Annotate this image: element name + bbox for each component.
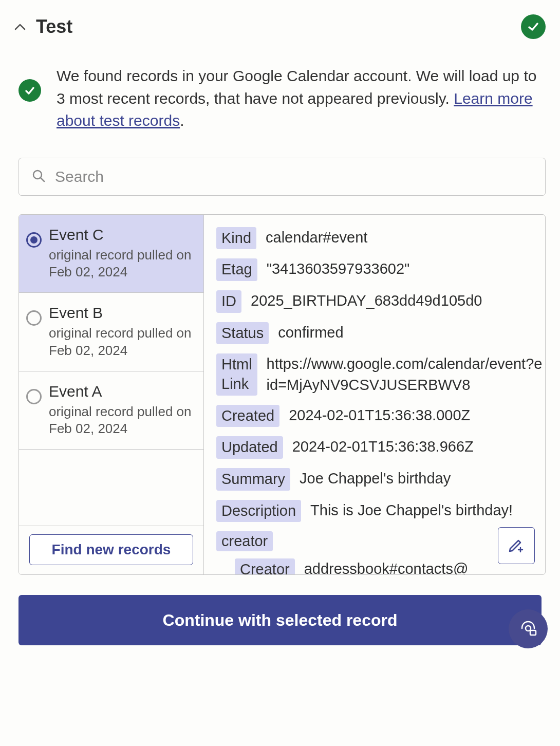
success-check-icon: [521, 14, 546, 39]
search-icon: [31, 169, 46, 185]
info-text: We found records in your Google Calendar…: [57, 65, 546, 132]
field-label: ID: [216, 290, 241, 313]
field-value: "3413603597933602": [267, 258, 545, 279]
event-title: Event B: [49, 304, 192, 322]
field-label: Created: [216, 405, 279, 427]
edit-plus-icon: [507, 535, 526, 555]
field-html-link: Html Link https://www.google.com/calenda…: [216, 353, 545, 395]
field-label: Description: [216, 500, 301, 523]
event-subtitle: original record pulled on Feb 02, 2024: [49, 247, 192, 282]
svg-rect-3: [530, 630, 536, 635]
header-left: Test: [14, 16, 72, 38]
edit-button[interactable]: [498, 527, 535, 564]
field-label: Html Link: [216, 353, 257, 395]
field-kind: Kind calendar#event: [216, 227, 545, 250]
field-summary: Summary Joe Chappel's birthday: [216, 468, 545, 491]
event-subtitle: original record pulled on Feb 02, 2024: [49, 325, 192, 360]
find-row: Find new records: [19, 526, 203, 574]
field-label-line1: Html: [221, 356, 252, 372]
headset-chat-icon: [518, 618, 538, 640]
field-label: Status: [216, 322, 269, 345]
field-label: Updated: [216, 436, 283, 459]
field-value: https://www.google.com/calendar/event?ei…: [267, 353, 545, 395]
support-fab[interactable]: [509, 609, 548, 648]
info-text-after: .: [180, 112, 184, 129]
field-value: 2025_BIRTHDAY_683dd49d105d0: [251, 290, 545, 311]
section-title: Test: [36, 16, 72, 38]
field-label: Summary: [216, 468, 290, 491]
field-label: Kind: [216, 227, 256, 250]
field-value: This is Joe Chappel's birthday!: [310, 500, 545, 521]
field-value: confirmed: [278, 322, 545, 343]
search-input[interactable]: [55, 168, 533, 185]
records-panel: Event C original record pulled on Feb 02…: [18, 214, 546, 575]
continue-button[interactable]: Continue with selected record: [18, 595, 542, 645]
radio-icon[interactable]: [26, 389, 42, 404]
field-status: Status confirmed: [216, 322, 545, 345]
field-value: calendar#event: [266, 227, 545, 248]
field-value: 2024-02-01T15:36:38.000Z: [289, 405, 545, 426]
event-subtitle: original record pulled on Feb 02, 2024: [49, 403, 192, 438]
field-description: Description This is Joe Chappel's birthd…: [216, 500, 545, 523]
events-list: Event C original record pulled on Feb 02…: [19, 215, 204, 574]
event-title: Event A: [49, 383, 192, 400]
field-updated: Updated 2024-02-01T15:36:38.966Z: [216, 436, 545, 459]
field-label: Creator: [235, 558, 295, 574]
chevron-up-icon[interactable]: [14, 21, 26, 32]
field-id: ID 2025_BIRTHDAY_683dd49d105d0: [216, 290, 545, 313]
event-item[interactable]: Event C original record pulled on Feb 02…: [19, 215, 203, 293]
svg-line-1: [41, 178, 44, 181]
field-label-line2: Link: [221, 376, 249, 392]
record-details: Kind calendar#event Etag "34136035979336…: [204, 215, 545, 574]
list-spacer: [19, 450, 203, 526]
field-value: Joe Chappel's birthday: [300, 468, 545, 489]
info-message: We found records in your Google Calendar…: [14, 65, 546, 132]
field-creator: creator Creator addressbook#contacts@: [216, 531, 545, 574]
section-header: Test: [14, 14, 546, 39]
field-label: creator: [216, 531, 273, 551]
event-item[interactable]: Event B original record pulled on Feb 02…: [19, 293, 203, 371]
field-label: Etag: [216, 258, 257, 281]
event-item[interactable]: Event A original record pulled on Feb 02…: [19, 371, 203, 450]
success-check-icon: [18, 79, 41, 102]
radio-icon[interactable]: [26, 310, 42, 326]
find-new-records-button[interactable]: Find new records: [29, 534, 193, 565]
event-title: Event C: [49, 226, 192, 244]
field-value: 2024-02-01T15:36:38.966Z: [292, 436, 545, 457]
radio-icon[interactable]: [26, 232, 42, 248]
field-etag: Etag "3413603597933602": [216, 258, 545, 281]
search-box[interactable]: [18, 158, 546, 196]
field-created: Created 2024-02-01T15:36:38.000Z: [216, 405, 545, 427]
svg-point-2: [526, 626, 531, 631]
